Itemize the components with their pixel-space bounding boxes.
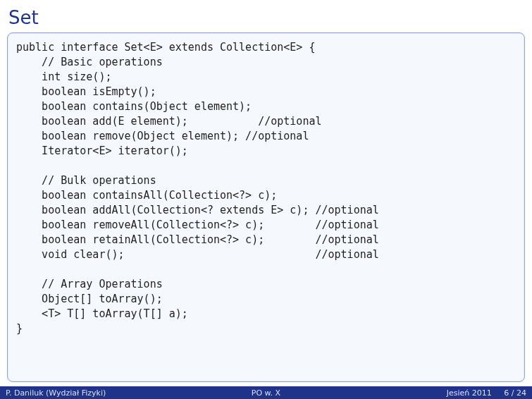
footer-author: P. Daniluk (Wydział Fizyki) bbox=[6, 388, 179, 398]
footer-date: Jesień 2011 bbox=[447, 388, 492, 398]
slide-root: Set public interface Set<E> extends Coll… bbox=[0, 0, 532, 399]
code-block: public interface Set<E> extends Collecti… bbox=[16, 40, 516, 336]
code-block-container: public interface Set<E> extends Collecti… bbox=[7, 32, 525, 382]
footer-bar: P. Daniluk (Wydział Fizyki) PO w. X Jesi… bbox=[0, 386, 532, 399]
slide-title: Set bbox=[0, 0, 532, 32]
footer-pages: 6 / 24 bbox=[504, 388, 526, 398]
footer-right: Jesień 2011 6 / 24 bbox=[353, 388, 526, 398]
footer-course: PO w. X bbox=[179, 388, 352, 398]
